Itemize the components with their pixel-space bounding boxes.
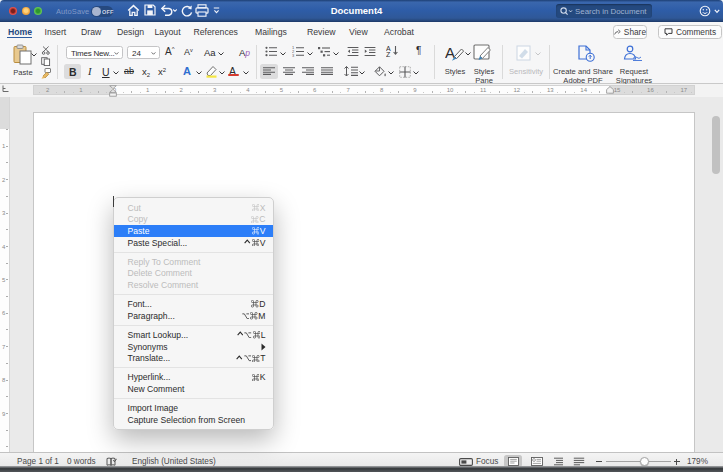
svg-text:3: 3 (292, 53, 295, 57)
svg-text:Z: Z (386, 51, 391, 57)
